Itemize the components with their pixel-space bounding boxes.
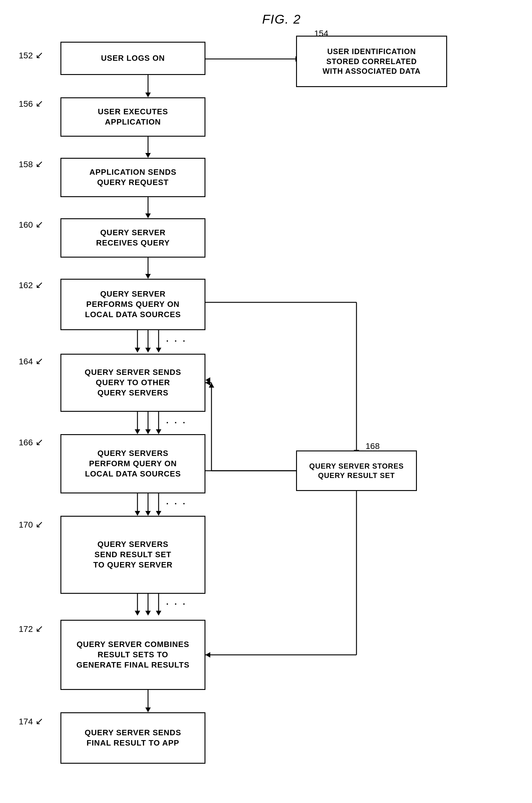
svg-marker-32: [135, 611, 140, 616]
svg-line-43: [205, 380, 296, 471]
box-app-sends-query: APPLICATION SENDS QUERY REQUEST: [60, 158, 205, 197]
box-query-server-sends-final: QUERY SERVER SENDS FINAL RESULT TO APP: [60, 712, 205, 764]
ref-174: 174 ↙: [19, 715, 43, 727]
box-user-id-stored: USER IDENTIFICATION STORED CORRELATED WI…: [296, 36, 447, 87]
ref-158: 158 ↙: [19, 158, 43, 170]
svg-marker-22: [156, 429, 161, 434]
svg-marker-18: [135, 429, 140, 434]
svg-marker-50: [205, 380, 210, 385]
svg-text:. . .: . . .: [166, 416, 187, 425]
svg-marker-25: [135, 511, 140, 516]
svg-marker-5: [145, 214, 151, 218]
svg-marker-20: [145, 429, 151, 434]
svg-marker-39: [145, 708, 151, 712]
diagram-container: . . . . . . . . . . . .: [0, 0, 532, 803]
ref-156: 156 ↙: [19, 98, 43, 109]
svg-marker-11: [135, 348, 140, 352]
ref-164: 164 ↙: [19, 355, 43, 367]
ref-172: 172 ↙: [19, 623, 43, 634]
ref-168: 168: [365, 441, 380, 451]
box-user-logs-on: USER LOGS ON: [60, 42, 205, 75]
svg-text:. . .: . . .: [166, 334, 187, 344]
svg-marker-48: [209, 383, 214, 388]
figure-title: FIG. 2: [262, 12, 301, 26]
svg-marker-3: [145, 153, 151, 158]
box-query-servers-perform: QUERY SERVERS PERFORM QUERY ON LOCAL DAT…: [60, 434, 205, 493]
ref-160: 160 ↙: [19, 219, 43, 230]
svg-marker-27: [145, 511, 151, 516]
svg-marker-13: [145, 348, 151, 352]
ref-166: 166 ↙: [19, 436, 43, 448]
box-query-servers-send: QUERY SERVERS SEND RESULT SET TO QUERY S…: [60, 516, 205, 594]
svg-text:. . .: . . .: [166, 597, 187, 606]
svg-text:. . .: . . .: [166, 497, 187, 506]
ref-170: 170 ↙: [19, 518, 43, 530]
svg-marker-1: [145, 92, 151, 97]
svg-marker-34: [145, 611, 151, 616]
svg-marker-29: [156, 511, 161, 516]
box-query-server-performs: QUERY SERVER PERFORMS QUERY ON LOCAL DAT…: [60, 279, 205, 330]
ref-162: 162 ↙: [19, 279, 43, 291]
svg-marker-36: [156, 611, 161, 616]
box-user-executes: USER EXECUTES APPLICATION: [60, 97, 205, 136]
box-query-server-sends-query: QUERY SERVER SENDS QUERY TO OTHER QUERY …: [60, 354, 205, 412]
svg-marker-15: [156, 348, 161, 352]
svg-marker-53: [205, 652, 210, 658]
ref-152: 152 ↙: [19, 49, 43, 61]
svg-marker-45: [205, 377, 210, 383]
box-query-server-receives: QUERY SERVER RECEIVES QUERY: [60, 218, 205, 258]
box-query-server-stores: QUERY SERVER STORES QUERY RESULT SET: [296, 451, 417, 491]
box-query-server-combines: QUERY SERVER COMBINES RESULT SETS TO GEN…: [60, 620, 205, 690]
svg-marker-7: [145, 274, 151, 279]
